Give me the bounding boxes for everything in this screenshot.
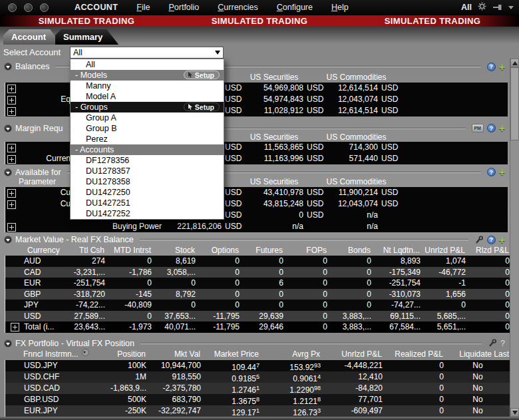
expand-icon[interactable]	[7, 223, 16, 232]
tools-icon[interactable]	[474, 236, 484, 244]
scrollbar-thumb[interactable]	[510, 67, 519, 140]
menu-file[interactable]: File	[136, 3, 150, 12]
menu-currencies[interactable]: Currencies	[218, 3, 258, 12]
table-row[interactable]: EUR-251,754000600-251,754-10	[5, 278, 512, 289]
column-menu-icon[interactable]	[82, 349, 89, 356]
expand-icon[interactable]	[7, 155, 16, 164]
table-row[interactable]: JPY-74,22...-40,80900000-74,27...00	[5, 300, 512, 311]
scroll-up-button[interactable]	[510, 59, 519, 67]
dropdown-item[interactable]: DU1427250	[71, 187, 224, 198]
menu-portfolio[interactable]: Portfolio	[168, 3, 199, 12]
table-row[interactable]: GBP-318,720-1458,7920000-310,0731,6560	[5, 289, 512, 300]
collapse-icon[interactable]	[4, 63, 12, 71]
table-row[interactable]: USD.CHF 1M 918,550 0.91855 0.90614 12,41…	[5, 371, 512, 383]
setup-button[interactable]: Setup	[184, 71, 220, 79]
simulated-trading-banner: SIMULATED TRADING SIMULATED TRADING SIMU…	[0, 15, 519, 27]
banner-text: SIMULATED TRADING	[39, 16, 135, 26]
col-us-commodities: US Commodities	[311, 133, 401, 142]
collapse-icon[interactable]	[4, 168, 12, 176]
expand-icon[interactable]	[7, 85, 16, 93]
dropdown-group-groups[interactable]: - Groups Setup	[71, 102, 224, 112]
dropdown-item[interactable]: All	[71, 59, 224, 70]
account-window-content: Select Account All Balances ? + US Secur…	[0, 45, 519, 420]
setup-button[interactable]: Setup	[184, 103, 220, 111]
collapse-icon[interactable]	[4, 124, 12, 132]
pin-icon[interactable]	[492, 1, 502, 13]
col-us-securities: US Securities	[234, 133, 314, 142]
dropdown-item[interactable]: Model A	[71, 91, 224, 102]
help-icon[interactable]: ?	[487, 124, 496, 132]
banner-text: SIMULATED TRADING	[385, 16, 481, 26]
dropdown-group-accounts[interactable]: - Accounts	[71, 144, 224, 155]
chevron-down-icon[interactable]	[508, 6, 514, 9]
scroll-down-button[interactable]	[510, 408, 519, 417]
add-icon[interactable]: +	[499, 168, 505, 176]
window-title: ACCOUNT	[75, 3, 118, 12]
tab-account[interactable]: Account	[3, 29, 62, 45]
table-row-buying-power[interactable]: Buying Power 221,816,206 USD n/a n/a	[5, 221, 508, 232]
dropdown-item[interactable]: DU1278357	[71, 166, 224, 176]
expand-icon[interactable]	[7, 200, 16, 209]
col-us-commodities: US Commodities	[311, 177, 401, 187]
dropdown-item[interactable]: DF1278356	[71, 155, 224, 166]
add-icon[interactable]: +	[499, 63, 505, 71]
pm-icon[interactable]: PM	[472, 124, 484, 132]
menu-configure[interactable]: Configure	[277, 3, 313, 12]
table-row-total[interactable]: Total (i...23,643...-1,97340,071...-11,7…	[5, 321, 512, 333]
help-icon[interactable]: ?	[500, 339, 505, 348]
combobox-arrow-icon[interactable]	[215, 51, 220, 55]
section-title: Market Value - Real FX Balance	[15, 235, 134, 244]
select-account-label: Select Account	[3, 47, 61, 57]
dropdown-item[interactable]: Manny	[71, 81, 224, 91]
expand-icon[interactable]	[7, 144, 16, 152]
collapse-icon[interactable]	[4, 236, 12, 244]
tools-icon[interactable]	[488, 339, 497, 347]
collapse-icon[interactable]	[4, 339, 12, 347]
table-row[interactable]: CAD-3,231,...-1,7863,058,...0000-175,349…	[5, 267, 512, 278]
help-icon[interactable]: ?	[487, 63, 496, 71]
account-scope-label[interactable]: All	[461, 3, 472, 12]
table-row[interactable]: GBP.USD 500K 683,790 1.36758 1.21218 77,…	[5, 394, 512, 405]
account-dropdown-list: All - Models Setup Manny Model A - Group…	[70, 59, 224, 220]
expand-icon[interactable]	[11, 323, 19, 331]
dropdown-item[interactable]: DU1427251	[71, 198, 224, 208]
section-title: Balances	[15, 62, 49, 71]
table-row[interactable]: AUD27408,61900008,8931,0740	[5, 256, 512, 267]
table-row[interactable]: USD.JPY 100K 10,944,700 109.447 153.9293…	[5, 360, 512, 371]
section-fx-portfolio: FX Portfolio - Virtual FX Position ?	[0, 338, 519, 349]
table-row[interactable]: EUR.JPY -250K -32,292,747 129.171 126.73…	[5, 405, 512, 417]
dropdown-item[interactable]: DU1278358	[71, 176, 224, 187]
table-row[interactable]: USD.CAD -1,863,9... -2,375,780 1.27461 1…	[5, 383, 512, 394]
add-icon[interactable]: +	[499, 236, 505, 244]
fx-column-headers: Fnncl Instrmn... Position Mkt Val Market…	[5, 349, 511, 360]
divider	[140, 239, 468, 240]
window-button-minimize[interactable]	[24, 3, 33, 12]
vertical-scrollbar[interactable]	[510, 59, 519, 417]
account-select-combobox[interactable]: All	[70, 47, 224, 59]
expand-icon[interactable]	[7, 189, 16, 198]
dropdown-item[interactable]: Perez	[71, 134, 224, 144]
tab-summary[interactable]: Summary	[55, 29, 118, 45]
section-title: FX Portfolio - Virtual FX Position	[15, 339, 134, 348]
dropdown-item[interactable]: DU1427252	[71, 208, 224, 219]
dropdown-item[interactable]: Group B	[71, 123, 224, 134]
col-parameter: Parameter	[19, 177, 56, 187]
dropdown-item[interactable]: Group A	[71, 112, 224, 123]
window-button-maximize[interactable]	[40, 3, 49, 12]
market-value-table: AUD27408,61900008,8931,0740 CAD-3,231,..…	[5, 256, 512, 333]
window-bottom-edge	[0, 417, 519, 420]
help-icon[interactable]: ?	[487, 236, 496, 244]
table-row[interactable]: USD27,589...037,653...-11,79529,63903,88…	[5, 311, 512, 322]
divider	[140, 343, 482, 344]
window-button-close[interactable]	[8, 3, 17, 12]
dropdown-group-models[interactable]: - Models Setup	[71, 70, 224, 81]
gear-icon[interactable]	[478, 1, 486, 13]
help-icon[interactable]: ?	[487, 168, 496, 176]
add-icon[interactable]: +	[499, 124, 505, 132]
expand-icon[interactable]	[7, 107, 16, 116]
expand-icon[interactable]	[7, 96, 16, 105]
section-title: Available for	[15, 168, 61, 177]
menu-help[interactable]: Help	[331, 3, 349, 12]
col-us-securities: US Securities	[234, 177, 314, 187]
combobox-value: All	[73, 48, 83, 57]
